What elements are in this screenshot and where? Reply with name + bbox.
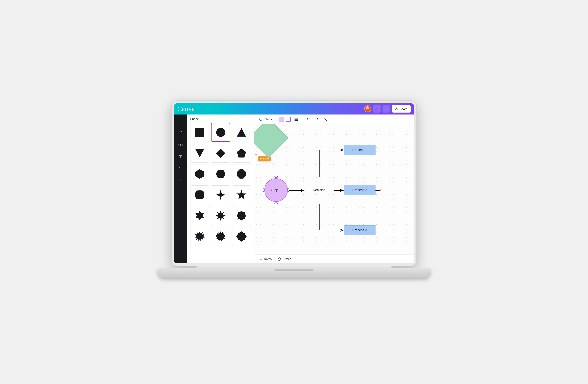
svg-marker-12 xyxy=(195,169,204,179)
connector-icon xyxy=(323,117,328,121)
plus-icon xyxy=(375,107,378,111)
node-process-3[interactable]: Process 3 xyxy=(344,225,376,235)
shape-star8[interactable] xyxy=(211,206,230,225)
node-process-2-label: Process 2 xyxy=(352,188,367,192)
arrow-decision-to-p1 xyxy=(318,148,345,178)
svg-point-44 xyxy=(324,118,325,118)
svg-rect-1 xyxy=(179,133,180,134)
canva-logo[interactable]: Canva xyxy=(177,105,195,113)
canvas[interactable]: Phoebe xyxy=(254,124,414,254)
shape-circle[interactable] xyxy=(211,123,230,142)
shape-seal8[interactable] xyxy=(232,206,251,225)
bottom-bar: Notes Timer xyxy=(254,254,414,263)
svg-rect-43 xyxy=(294,120,298,121)
bar-chart-icon xyxy=(384,107,388,111)
node-process-3-label: Process 3 xyxy=(352,228,367,232)
svg-marker-22 xyxy=(215,231,226,241)
fill-color-swatch[interactable] xyxy=(279,117,284,122)
svg-marker-11 xyxy=(237,149,246,157)
shape-star5[interactable] xyxy=(232,185,251,204)
avatar[interactable] xyxy=(364,105,371,112)
app-body: Shape xyxy=(174,115,414,263)
collaborator-cursor: Phoebe xyxy=(255,153,258,157)
svg-marker-14 xyxy=(237,169,246,179)
timer-button[interactable]: Timer xyxy=(277,257,291,261)
cloud-upload-icon xyxy=(178,142,183,147)
shape-hexagon-point[interactable] xyxy=(190,165,209,183)
svg-rect-42 xyxy=(294,119,298,119)
connector-endpoint-handle[interactable] xyxy=(380,189,382,191)
arrow-decision-to-p3 xyxy=(318,204,345,232)
node-decision-diamond[interactable] xyxy=(254,124,289,158)
share-label: Share xyxy=(400,107,407,111)
shape-star4[interactable] xyxy=(211,185,230,204)
rail-projects[interactable] xyxy=(178,166,183,171)
node-process-1[interactable]: Process 1 xyxy=(344,145,376,155)
toolbar-divider xyxy=(302,117,302,121)
svg-marker-10 xyxy=(216,149,225,158)
shape-type-button[interactable]: Shape xyxy=(257,116,274,122)
analytics-button[interactable] xyxy=(382,105,390,113)
shape-hexagon-flat[interactable] xyxy=(211,165,230,183)
svg-marker-26 xyxy=(236,236,238,237)
app-screen: Canva Share xyxy=(174,103,414,263)
svg-point-2 xyxy=(181,133,182,134)
upload-icon xyxy=(395,107,398,110)
border-color-swatch[interactable] xyxy=(286,117,291,122)
rail-elements[interactable] xyxy=(178,130,183,135)
shape-triangle[interactable] xyxy=(232,123,251,142)
node-process-1-label: Process 1 xyxy=(352,148,367,152)
svg-point-7 xyxy=(216,128,225,137)
templates-icon xyxy=(178,118,183,123)
svg-point-3 xyxy=(179,180,180,181)
svg-marker-25 xyxy=(241,240,242,242)
node-process-2[interactable]: Process 2 xyxy=(344,185,376,195)
rail-text[interactable] xyxy=(178,154,183,159)
notes-label: Notes xyxy=(264,257,272,261)
main-area: Shape xyxy=(254,115,414,263)
add-button[interactable] xyxy=(373,105,380,113)
rail-templates[interactable] xyxy=(178,118,183,123)
canvas-wrap: Phoebe xyxy=(254,124,414,254)
svg-point-4 xyxy=(180,180,181,181)
rail-uploads[interactable] xyxy=(178,142,183,147)
share-button[interactable]: Share xyxy=(392,105,411,113)
notes-button[interactable]: Notes xyxy=(258,257,272,261)
shape-type-label: Shape xyxy=(264,117,273,121)
svg-marker-20 xyxy=(237,211,246,220)
border-weight-button[interactable] xyxy=(293,116,300,122)
shape-octagon[interactable] xyxy=(232,165,251,183)
svg-rect-0 xyxy=(179,119,182,122)
shape-triangle-down[interactable] xyxy=(190,144,209,163)
connector-button[interactable] xyxy=(322,116,329,122)
laptop-frame: Canva Share xyxy=(171,100,417,266)
timer-icon xyxy=(277,257,281,261)
notes-icon xyxy=(258,257,262,261)
selection-frame[interactable] xyxy=(263,177,289,203)
rail-more[interactable] xyxy=(178,178,183,183)
shape-star6[interactable] xyxy=(190,206,209,225)
arrow-left-button[interactable] xyxy=(305,116,312,122)
text-icon xyxy=(178,155,183,159)
svg-point-5 xyxy=(182,180,182,181)
shape-burst12[interactable] xyxy=(190,227,209,246)
context-toolbar: Shape xyxy=(254,115,414,124)
svg-marker-16 xyxy=(216,190,226,200)
svg-rect-41 xyxy=(294,118,298,118)
arrow-right-button[interactable] xyxy=(313,116,320,122)
laptop-mockup: Canva Share xyxy=(158,100,430,284)
svg-marker-9 xyxy=(195,149,204,157)
shape-rounded-octagon[interactable] xyxy=(190,185,209,204)
svg-marker-27 xyxy=(245,236,247,237)
shape-pentagon[interactable] xyxy=(232,144,251,163)
svg-marker-21 xyxy=(195,231,205,241)
svg-marker-8 xyxy=(237,128,246,137)
shape-burst16[interactable] xyxy=(211,227,230,246)
svg-rect-6 xyxy=(195,128,204,137)
shape-diamond[interactable] xyxy=(211,144,230,163)
shape-square[interactable] xyxy=(190,123,209,142)
circle-outline-icon xyxy=(259,117,263,121)
arrow-decision-to-p2 xyxy=(334,189,345,192)
ellipsis-icon xyxy=(178,179,183,183)
shape-burst20[interactable] xyxy=(232,227,251,246)
